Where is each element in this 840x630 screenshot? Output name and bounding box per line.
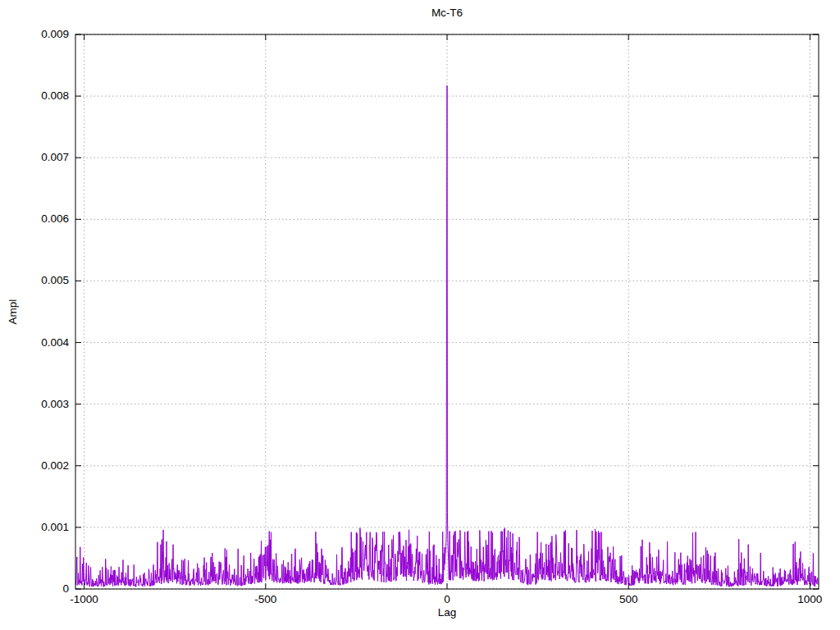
x-tick-label: 1000 <box>774 593 840 606</box>
y-tick-label: 0.006 <box>10 212 69 226</box>
y-tick-label: 0.008 <box>10 89 69 103</box>
chart: Mc-T6 Ampl Lag 00.0010.0020.0030.0040.00… <box>0 0 840 630</box>
y-tick-label: 0.001 <box>10 521 69 534</box>
y-tick-label: 0.003 <box>10 398 69 411</box>
x-tick-label: -1000 <box>48 593 121 606</box>
y-tick-label: 0.002 <box>10 459 69 472</box>
data-series-line <box>75 85 818 587</box>
y-tick-label: 0.005 <box>10 274 69 287</box>
y-tick-label: 0.007 <box>10 151 69 164</box>
plot-area <box>0 0 840 630</box>
y-tick-label: 0.004 <box>10 336 69 349</box>
x-tick-label: 0 <box>411 593 483 606</box>
x-tick-label: -500 <box>230 593 302 606</box>
y-tick-label: 0.009 <box>10 28 69 41</box>
x-tick-label: 500 <box>592 593 664 606</box>
